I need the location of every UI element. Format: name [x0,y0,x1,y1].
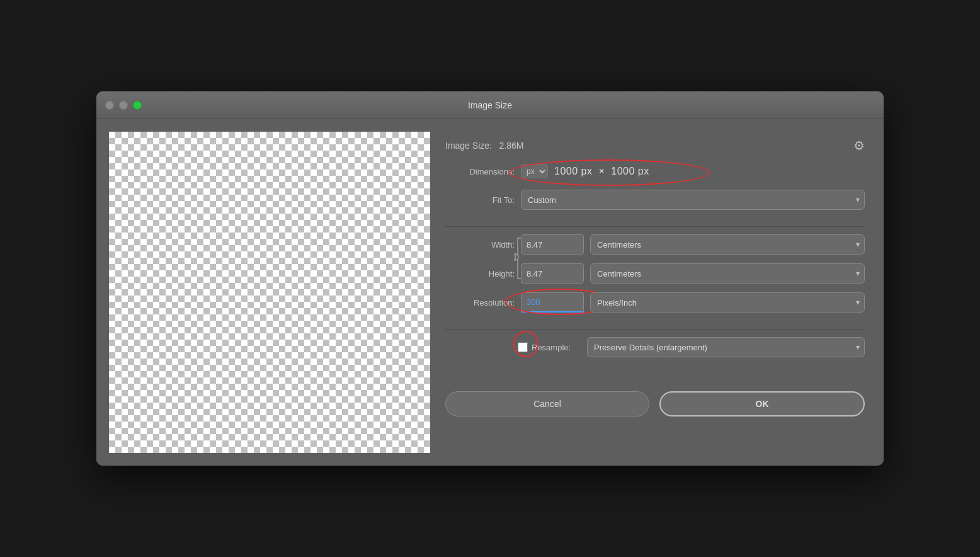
width-label: Width: [445,240,515,250]
image-size-value: 2.86M [499,141,524,151]
resample-label: Resample: [532,343,582,352]
image-size-label: Image Size: 2.86M [445,141,524,151]
resolution-unit-select[interactable]: Pixels/Inch Pixels/Centimeter [590,292,865,313]
gear-icon: ⚙ [853,139,865,152]
resample-checkbox[interactable] [518,342,528,352]
dialog-body: Image Size: 2.86M ⚙ Dimensions: px % 100… [96,119,884,466]
fit-to-row: Fit To: Custom Original Size US Paper (8… [445,190,865,210]
minimize-button[interactable] [119,101,128,110]
resample-row: Resample: Preserve Details (enlargement)… [445,337,865,357]
dimensions-height: 1000 px [611,166,649,177]
width-row: Width: Centimeters Pixels Inches Millime… [445,234,865,255]
height-unit-wrapper: Centimeters Pixels Inches Millimeters [590,263,865,284]
wh-rows: Width: Centimeters Pixels Inches Millime… [445,234,865,292]
svg-point-0 [514,254,518,260]
dimensions-width: 1000 px [554,166,592,177]
resolution-row: Resolution: Pixels/Inch Pixels/Centimete… [445,292,865,313]
resolution-unit-wrapper: Pixels/Inch Pixels/Centimeter [590,292,865,313]
fit-to-select[interactable]: Custom Original Size US Paper (8.5 x 11 … [521,190,865,210]
height-label: Height: [445,269,515,278]
traffic-lights [105,101,142,110]
width-input[interactable] [521,234,584,255]
height-unit-select[interactable]: Centimeters Pixels Inches Millimeters [590,263,865,284]
dimensions-row: Dimensions: px % 1000 px × 1000 px [445,164,865,178]
dimensions-dropdown[interactable]: px % [521,164,548,178]
controls-panel: Image Size: 2.86M ⚙ Dimensions: px % 100… [445,132,871,453]
dimensions-separator: × [598,166,605,177]
maximize-button[interactable] [133,101,142,110]
preview-panel [109,132,430,453]
title-bar: Image Size [96,91,884,119]
ok-button[interactable]: OK [659,391,865,416]
resolution-input[interactable] [521,292,584,313]
fit-to-label: Fit To: [445,195,515,205]
gear-button[interactable]: ⚙ [853,138,865,153]
width-unit-select[interactable]: Centimeters Pixels Inches Millimeters [590,234,865,255]
dimensions-label: Dimensions: [445,167,515,176]
height-input[interactable] [521,263,584,284]
close-button[interactable] [105,101,114,110]
button-row: Cancel OK [445,391,865,416]
width-unit-wrapper: Centimeters Pixels Inches Millimeters [590,234,865,255]
image-size-row: Image Size: 2.86M ⚙ [445,138,865,153]
cancel-button[interactable]: Cancel [445,391,649,416]
separator-1 [445,226,865,227]
separator-2 [445,329,865,330]
resample-method-wrapper: Preserve Details (enlargement) Automatic… [587,337,865,357]
resample-method-select[interactable]: Preserve Details (enlargement) Automatic… [587,337,865,357]
resolution-label: Resolution: [445,298,515,307]
fit-to-select-wrapper: Custom Original Size US Paper (8.5 x 11 … [521,190,865,210]
image-size-dialog: Image Size Image Size: 2.86M ⚙ Dimen [96,91,884,466]
window-title: Image Size [468,100,512,110]
height-row: Height: Centimeters Pixels Inches Millim… [445,263,865,284]
